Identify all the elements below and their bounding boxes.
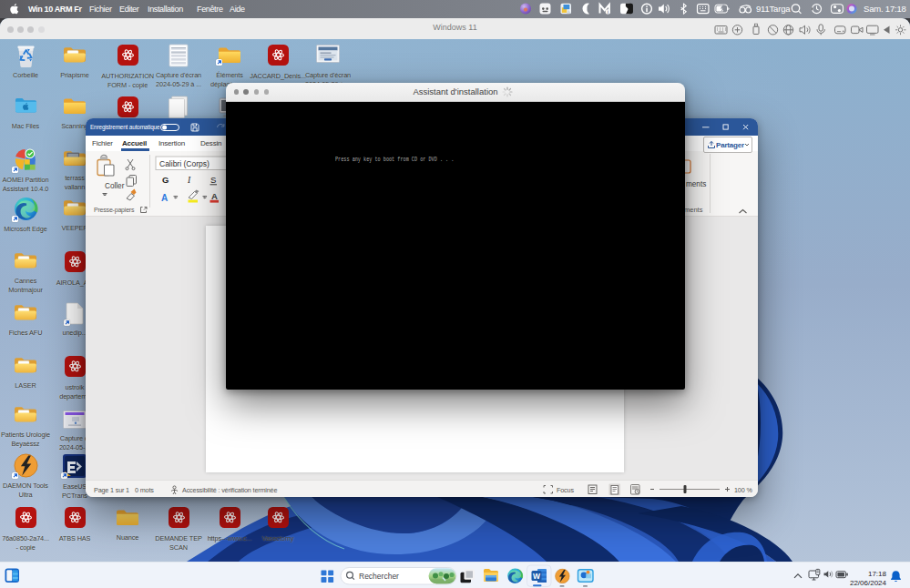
svg-text:I: I (187, 176, 191, 185)
svg-text:S: S (210, 175, 216, 185)
svg-text:17:18: 17:18 (868, 570, 887, 578)
svg-text:22/06/2024: 22/06/2024 (850, 579, 887, 587)
svg-text:G: G (162, 175, 169, 185)
svg-text:Sam. 17:18: Sam. 17:18 (864, 4, 906, 14)
svg-text:Coller: Coller (105, 182, 125, 190)
svg-text:911Targa: 911Targa (756, 4, 791, 14)
svg-text:Calibri (Corps): Calibri (Corps) (159, 159, 210, 168)
svg-text:A: A (211, 191, 218, 201)
svg-text:i: i (608, 10, 608, 15)
svg-text:ments: ments (684, 206, 703, 214)
svg-text:W: W (533, 572, 541, 581)
svg-text:A: A (161, 193, 168, 203)
svg-text:ments: ments (686, 180, 706, 188)
svg-text:Rechercher: Rechercher (359, 572, 399, 581)
svg-text:Presse-papiers: Presse-papiers (94, 207, 135, 214)
